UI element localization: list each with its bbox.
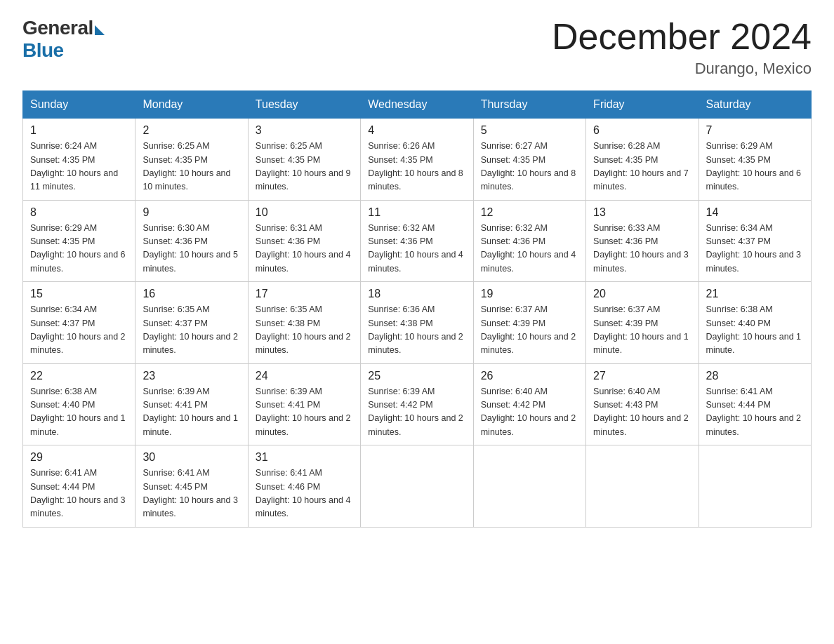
- day-cell-20: 20Sunrise: 6:37 AMSunset: 4:39 PMDayligh…: [586, 282, 699, 364]
- day-info: Sunrise: 6:34 AMSunset: 4:37 PMDaylight:…: [30, 303, 128, 358]
- day-info: Sunrise: 6:27 AMSunset: 4:35 PMDaylight:…: [481, 140, 578, 194]
- day-number: 18: [368, 288, 465, 300]
- calendar-table: SundayMondayTuesdayWednesdayThursdayFrid…: [22, 90, 812, 528]
- day-info: Sunrise: 6:26 AMSunset: 4:35 PMDaylight:…: [368, 140, 465, 194]
- day-cell-6: 6Sunrise: 6:28 AMSunset: 4:35 PMDaylight…: [586, 119, 699, 201]
- day-cell-10: 10Sunrise: 6:31 AMSunset: 4:36 PMDayligh…: [248, 200, 360, 282]
- logo-general-text: General: [22, 17, 93, 39]
- week-row-3: 15Sunrise: 6:34 AMSunset: 4:37 PMDayligh…: [23, 282, 812, 364]
- day-number: 22: [30, 370, 128, 382]
- week-row-4: 22Sunrise: 6:38 AMSunset: 4:40 PMDayligh…: [23, 363, 812, 445]
- day-cell-17: 17Sunrise: 6:35 AMSunset: 4:38 PMDayligh…: [248, 282, 360, 364]
- week-row-1: 1Sunrise: 6:24 AMSunset: 4:35 PMDaylight…: [23, 119, 812, 201]
- day-info: Sunrise: 6:38 AMSunset: 4:40 PMDaylight:…: [30, 385, 128, 440]
- day-number: 23: [143, 370, 240, 382]
- day-info: Sunrise: 6:38 AMSunset: 4:40 PMDaylight:…: [706, 303, 804, 358]
- header-day-friday: Friday: [586, 91, 699, 119]
- day-info: Sunrise: 6:41 AMSunset: 4:45 PMDaylight:…: [143, 467, 240, 521]
- day-cell-30: 30Sunrise: 6:41 AMSunset: 4:45 PMDayligh…: [135, 445, 248, 528]
- page-header: General Blue December 2024 Durango, Mexi…: [22, 17, 812, 78]
- day-info: Sunrise: 6:34 AMSunset: 4:37 PMDaylight:…: [706, 222, 804, 276]
- day-info: Sunrise: 6:41 AMSunset: 4:44 PMDaylight:…: [30, 467, 128, 521]
- day-number: 21: [706, 288, 804, 300]
- header-day-sunday: Sunday: [23, 91, 135, 119]
- day-number: 17: [256, 288, 353, 300]
- day-info: Sunrise: 6:39 AMSunset: 4:42 PMDaylight:…: [368, 385, 465, 440]
- day-cell-8: 8Sunrise: 6:29 AMSunset: 4:35 PMDaylight…: [23, 200, 135, 282]
- day-number: 30: [143, 451, 240, 464]
- day-number: 8: [30, 206, 128, 219]
- day-number: 7: [706, 124, 804, 137]
- day-cell-29: 29Sunrise: 6:41 AMSunset: 4:44 PMDayligh…: [23, 445, 135, 528]
- week-row-5: 29Sunrise: 6:41 AMSunset: 4:44 PMDayligh…: [23, 445, 812, 528]
- day-cell-2: 2Sunrise: 6:25 AMSunset: 4:35 PMDaylight…: [135, 119, 248, 201]
- day-cell-1: 1Sunrise: 6:24 AMSunset: 4:35 PMDaylight…: [23, 119, 135, 201]
- day-cell-25: 25Sunrise: 6:39 AMSunset: 4:42 PMDayligh…: [361, 363, 473, 445]
- day-info: Sunrise: 6:32 AMSunset: 4:36 PMDaylight:…: [368, 222, 465, 276]
- day-cell-21: 21Sunrise: 6:38 AMSunset: 4:40 PMDayligh…: [699, 282, 811, 364]
- day-number: 1: [30, 124, 128, 137]
- day-info: Sunrise: 6:36 AMSunset: 4:38 PMDaylight:…: [368, 303, 465, 358]
- month-title: December 2024: [552, 17, 812, 57]
- day-info: Sunrise: 6:41 AMSunset: 4:44 PMDaylight:…: [706, 385, 804, 440]
- location-label: Durango, Mexico: [552, 60, 812, 78]
- day-number: 5: [481, 124, 578, 137]
- logo-blue-text: Blue: [22, 39, 64, 62]
- day-number: 13: [593, 206, 691, 219]
- day-number: 3: [256, 124, 353, 137]
- header-day-thursday: Thursday: [473, 91, 585, 119]
- calendar-header: SundayMondayTuesdayWednesdayThursdayFrid…: [23, 91, 812, 119]
- day-cell-27: 27Sunrise: 6:40 AMSunset: 4:43 PMDayligh…: [586, 363, 699, 445]
- day-info: Sunrise: 6:35 AMSunset: 4:37 PMDaylight:…: [143, 303, 240, 358]
- day-number: 2: [143, 124, 240, 137]
- day-info: Sunrise: 6:39 AMSunset: 4:41 PMDaylight:…: [143, 385, 240, 440]
- day-info: Sunrise: 6:31 AMSunset: 4:36 PMDaylight:…: [256, 222, 353, 276]
- calendar-body: 1Sunrise: 6:24 AMSunset: 4:35 PMDaylight…: [23, 119, 812, 528]
- header-day-saturday: Saturday: [699, 91, 811, 119]
- day-number: 19: [481, 288, 578, 300]
- day-cell-28: 28Sunrise: 6:41 AMSunset: 4:44 PMDayligh…: [699, 363, 811, 445]
- day-number: 24: [256, 370, 353, 382]
- header-row: SundayMondayTuesdayWednesdayThursdayFrid…: [23, 91, 812, 119]
- day-cell-19: 19Sunrise: 6:37 AMSunset: 4:39 PMDayligh…: [473, 282, 585, 364]
- day-cell-12: 12Sunrise: 6:32 AMSunset: 4:36 PMDayligh…: [473, 200, 585, 282]
- day-info: Sunrise: 6:25 AMSunset: 4:35 PMDaylight:…: [256, 140, 353, 194]
- day-cell-26: 26Sunrise: 6:40 AMSunset: 4:42 PMDayligh…: [473, 363, 585, 445]
- day-info: Sunrise: 6:24 AMSunset: 4:35 PMDaylight:…: [30, 140, 128, 194]
- day-info: Sunrise: 6:40 AMSunset: 4:42 PMDaylight:…: [481, 385, 578, 440]
- week-row-2: 8Sunrise: 6:29 AMSunset: 4:35 PMDaylight…: [23, 200, 812, 282]
- header-day-monday: Monday: [135, 91, 248, 119]
- day-info: Sunrise: 6:40 AMSunset: 4:43 PMDaylight:…: [593, 385, 691, 440]
- title-block: December 2024 Durango, Mexico: [552, 17, 812, 78]
- empty-cell: [699, 445, 811, 528]
- day-info: Sunrise: 6:28 AMSunset: 4:35 PMDaylight:…: [593, 140, 691, 194]
- empty-cell: [473, 445, 585, 528]
- day-cell-11: 11Sunrise: 6:32 AMSunset: 4:36 PMDayligh…: [361, 200, 473, 282]
- empty-cell: [586, 445, 699, 528]
- day-number: 26: [481, 370, 578, 382]
- day-number: 6: [593, 124, 691, 137]
- day-info: Sunrise: 6:37 AMSunset: 4:39 PMDaylight:…: [481, 303, 578, 358]
- empty-cell: [361, 445, 473, 528]
- day-cell-3: 3Sunrise: 6:25 AMSunset: 4:35 PMDaylight…: [248, 119, 360, 201]
- day-cell-16: 16Sunrise: 6:35 AMSunset: 4:37 PMDayligh…: [135, 282, 248, 364]
- day-cell-13: 13Sunrise: 6:33 AMSunset: 4:36 PMDayligh…: [586, 200, 699, 282]
- day-number: 12: [481, 206, 578, 219]
- logo-triangle-icon: [95, 25, 105, 35]
- day-cell-24: 24Sunrise: 6:39 AMSunset: 4:41 PMDayligh…: [248, 363, 360, 445]
- day-cell-5: 5Sunrise: 6:27 AMSunset: 4:35 PMDaylight…: [473, 119, 585, 201]
- day-number: 31: [256, 451, 353, 464]
- day-info: Sunrise: 6:32 AMSunset: 4:36 PMDaylight:…: [481, 222, 578, 276]
- day-number: 14: [706, 206, 804, 219]
- day-number: 16: [143, 288, 240, 300]
- day-cell-15: 15Sunrise: 6:34 AMSunset: 4:37 PMDayligh…: [23, 282, 135, 364]
- day-number: 25: [368, 370, 465, 382]
- day-cell-18: 18Sunrise: 6:36 AMSunset: 4:38 PMDayligh…: [361, 282, 473, 364]
- day-info: Sunrise: 6:30 AMSunset: 4:36 PMDaylight:…: [143, 222, 240, 276]
- header-day-tuesday: Tuesday: [248, 91, 360, 119]
- day-number: 10: [256, 206, 353, 219]
- day-cell-9: 9Sunrise: 6:30 AMSunset: 4:36 PMDaylight…: [135, 200, 248, 282]
- day-number: 29: [30, 451, 128, 464]
- day-number: 4: [368, 124, 465, 137]
- day-number: 28: [706, 370, 804, 382]
